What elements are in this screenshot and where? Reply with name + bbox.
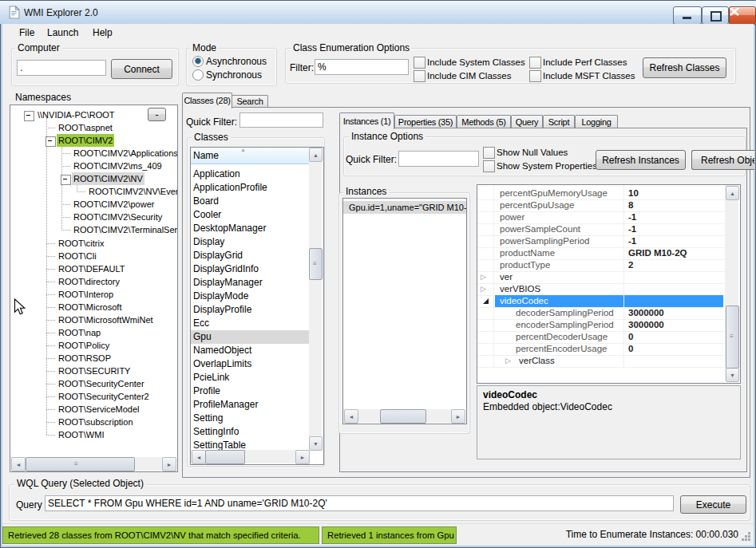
checkbox-include-cim-classes[interactable] <box>414 70 425 82</box>
menu-file[interactable]: File <box>19 27 34 39</box>
instance-item[interactable]: Gpu.id=1,uname="GRID M10-2Q" <box>343 201 467 214</box>
quick-filter-input[interactable] <box>239 112 323 128</box>
tree-item[interactable]: ROOT\CIMV2 <box>57 134 114 147</box>
class-item[interactable]: DisplayProfile <box>191 303 311 317</box>
tab-query[interactable]: Query <box>511 115 543 128</box>
tree-item[interactable]: ROOT\CIMV2\Security <box>72 211 164 223</box>
class-item[interactable]: DesktopManager <box>191 222 311 235</box>
tree-item[interactable]: ROOT\CIMV2\NV\Events <box>87 185 178 198</box>
expand-icon[interactable]: ▷ <box>481 284 486 294</box>
instances-hscrollbar[interactable]: ◄► <box>343 409 465 423</box>
class-item[interactable]: NamedObject <box>191 344 311 357</box>
tree-item[interactable]: ROOT\Interop <box>57 288 115 301</box>
filter-input[interactable]: % <box>315 59 409 75</box>
tree-expander[interactable] <box>46 136 56 147</box>
scroll-up-arrow[interactable]: ▲ <box>726 186 739 200</box>
tab-script[interactable]: Script <box>543 115 575 128</box>
refresh-instances-button[interactable]: Refresh Instances <box>596 150 686 170</box>
class-item[interactable]: OverlapLimits <box>191 357 311 371</box>
tree-collapse-button[interactable]: - <box>148 108 166 121</box>
tree-item[interactable]: ROOT\CIMV2\Applications <box>72 147 178 160</box>
tree-item[interactable]: ROOT\citrix <box>57 237 105 250</box>
property-row[interactable] <box>477 271 725 284</box>
tree-item[interactable]: ROOT\DEFAULT <box>57 262 127 275</box>
tree-item[interactable]: ROOT\CIMV2\NV <box>72 172 144 185</box>
scroll-left-arrow[interactable]: ◄ <box>344 409 358 424</box>
class-item[interactable]: ProfileManager <box>191 398 311 412</box>
scroll-down-arrow[interactable]: ▼ <box>726 368 739 382</box>
tree-expander[interactable] <box>24 111 34 121</box>
class-item[interactable]: PcieLink <box>191 371 311 384</box>
tree-item[interactable]: ROOT\subscription <box>57 416 135 428</box>
minimize-button[interactable] <box>673 6 702 25</box>
tree-item[interactable]: ROOT\ServiceModel <box>57 403 141 416</box>
computer-input[interactable]: . <box>17 60 106 76</box>
tree-item[interactable]: ROOT\Policy <box>57 339 111 352</box>
tree-item[interactable]: ROOT\CIMV2\TerminalServices <box>72 223 178 236</box>
scroll-down-arrow[interactable]: ▼ <box>309 436 323 451</box>
resize-grip[interactable] <box>742 532 751 542</box>
class-item[interactable]: Gpu <box>191 330 311 344</box>
tab-search[interactable]: Search <box>232 95 268 108</box>
class-item[interactable]: DisplayMode <box>191 290 311 303</box>
tree-item[interactable]: ROOT\CIMV2\power <box>72 198 156 211</box>
class-item[interactable]: Application <box>191 168 311 181</box>
show-system-properties-checkbox[interactable] <box>483 160 495 172</box>
classes-vscrollbar[interactable]: ▲▼≡ <box>309 148 322 450</box>
expand-icon[interactable]: ▷ <box>505 356 511 366</box>
class-item[interactable]: DisplayManager <box>191 276 311 290</box>
tree-item[interactable]: ROOT\WMI <box>57 428 105 441</box>
tree-item[interactable]: ROOT\SecurityCenter <box>57 377 146 390</box>
property-row[interactable] <box>477 355 725 368</box>
scroll-right-arrow[interactable]: ► <box>451 409 465 424</box>
tab-properties-35-[interactable]: Properties (35) <box>394 115 457 128</box>
maximize-button[interactable] <box>702 6 729 25</box>
tree-item[interactable]: ROOT\nap <box>57 326 102 339</box>
radio-asynchronous[interactable] <box>192 56 204 67</box>
tree-item[interactable]: ROOT\CIMV2\ms_409 <box>72 160 164 172</box>
scroll-right-arrow[interactable]: ► <box>295 450 310 464</box>
refresh-objects-button[interactable]: Refresh Objects <box>691 150 754 170</box>
refresh-classes-button[interactable]: Refresh Classes <box>643 57 726 78</box>
tree-item[interactable]: ROOT\Cli <box>57 250 98 262</box>
scroll-thumb[interactable] <box>380 409 426 424</box>
class-item[interactable]: Cooler <box>191 208 311 222</box>
tree-hscrollbar[interactable]: ◄►≡ <box>10 457 176 471</box>
tree-item[interactable]: ROOT\directory <box>57 275 121 288</box>
class-item[interactable]: DisplayGrid <box>191 249 311 262</box>
show-null-values-checkbox[interactable] <box>483 147 495 159</box>
connect-button[interactable]: Connect <box>111 59 172 79</box>
scroll-thumb[interactable]: ≡ <box>309 248 323 280</box>
radio-synchronous[interactable] <box>192 69 204 81</box>
menu-help[interactable]: Help <box>93 27 113 39</box>
checkbox-include-msft-classes[interactable] <box>529 70 541 82</box>
query-input[interactable]: SELECT * FROM Gpu WHERE id=1 AND uname='… <box>45 495 674 511</box>
class-item[interactable]: Ecc <box>191 317 311 330</box>
scroll-left-arrow[interactable]: ◄ <box>11 457 26 471</box>
class-item[interactable]: Display <box>191 235 311 249</box>
scroll-thumb[interactable]: ≡ <box>726 306 739 369</box>
scroll-left-arrow[interactable]: ◄ <box>192 450 206 464</box>
checkbox-include-system-classes[interactable] <box>414 57 425 69</box>
tree-item[interactable]: \\NVIDIA-PC\ROOT <box>36 108 117 121</box>
class-item[interactable]: DisplayGridInfo <box>191 262 311 276</box>
menu-launch[interactable]: Launch <box>47 27 78 39</box>
tree-item[interactable]: ROOT\MicrosoftWmiNet <box>57 313 155 326</box>
tree-item[interactable]: ROOT\SECURITY <box>57 365 132 377</box>
tree-expander[interactable] <box>61 175 71 185</box>
scroll-up-arrow[interactable]: ▲ <box>309 148 323 162</box>
collapse-icon[interactable] <box>483 298 489 304</box>
tree-item[interactable]: ROOT\Microsoft <box>57 301 123 313</box>
tab-methods-5-[interactable]: Methods (5) <box>457 115 511 128</box>
tree-item[interactable]: ROOT\SecurityCenter2 <box>57 390 151 403</box>
classes-list-header[interactable]: Name▲ <box>191 148 309 164</box>
tree-item[interactable]: ROOT\RSOP <box>57 352 113 365</box>
tab-classes[interactable]: Classes (28) <box>182 93 232 108</box>
close-button[interactable] <box>729 6 756 25</box>
grid-vscrollbar[interactable]: ▲▼≡ <box>725 185 738 381</box>
class-item[interactable]: Board <box>191 195 311 208</box>
class-item[interactable]: ApplicationProfile <box>191 181 311 195</box>
class-item[interactable]: Setting <box>191 412 311 425</box>
instance-quick-filter-input[interactable] <box>398 151 479 167</box>
tab-instances-1-[interactable]: Instances (1) <box>339 112 394 129</box>
